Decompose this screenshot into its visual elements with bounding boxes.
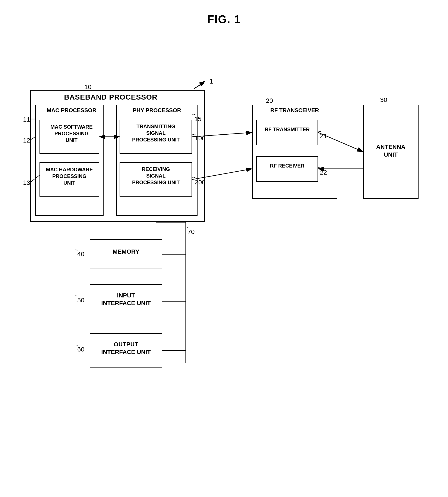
ref-200: 200 <box>195 179 206 186</box>
arrow-lines-2: ~ ~ ~ ~ ~ ~ ~ ~ ~ ~ ~ ~ <box>0 0 448 497</box>
fig-title: FIG. 1 <box>207 13 241 26</box>
svg-line-12 <box>194 81 205 89</box>
ref-60: 60 <box>77 346 84 353</box>
ref-50: 50 <box>77 297 84 304</box>
baseband-label: BASEBAND PROCESSOR <box>64 92 157 102</box>
memory-label: MEMORY <box>92 248 160 256</box>
ref-70: 70 <box>188 228 194 235</box>
ref-20: 20 <box>266 97 273 104</box>
ref-100: 100 <box>195 135 206 142</box>
ref-15: 15 <box>194 115 201 123</box>
rf-transceiver-label: RF TRANSCEIVER <box>254 107 335 114</box>
ref-40: 40 <box>77 250 84 258</box>
ref-30: 30 <box>380 96 387 103</box>
mac-sw-label: MAC SOFTWAREPROCESSINGUNIT <box>42 123 101 144</box>
diagram: FIG. 1 <box>0 0 448 497</box>
mac-hw-label: MAC HARDDWAREPROCESSINGUNIT <box>39 166 99 186</box>
ref-21: 21 <box>320 133 327 140</box>
rf-receiver-label: RF RECEIVER <box>257 162 317 169</box>
tx-unit-label: TRANSMITTINGSIGNALPROCESSING UNIT <box>121 123 191 143</box>
antenna-unit-label: ANTENNAUNIT <box>365 143 416 159</box>
svg-line-16 <box>195 83 204 88</box>
ref-13: 13 <box>23 179 30 186</box>
rf-transceiver-box <box>252 105 337 199</box>
output-if-label: OUTPUTINTERFACE UNIT <box>92 341 160 356</box>
rx-unit-label: RECEIVINGSIGNALPROCESSING UNIT <box>121 166 191 186</box>
input-if-label: INPUTINTERFACE UNIT <box>92 292 160 307</box>
mac-processor-label: MAC PROCESSOR <box>42 107 101 114</box>
phy-processor-label: PHY PROCESSOR <box>118 107 195 114</box>
rf-transmitter-label: RF TRANSMITTER <box>257 126 317 133</box>
ref-12: 12 <box>23 137 30 144</box>
ref-11: 11 <box>23 116 30 123</box>
ref-1: 1 <box>209 77 213 85</box>
ref-10: 10 <box>84 83 91 91</box>
ref-22: 22 <box>320 169 327 176</box>
diagram-lines <box>0 0 448 497</box>
